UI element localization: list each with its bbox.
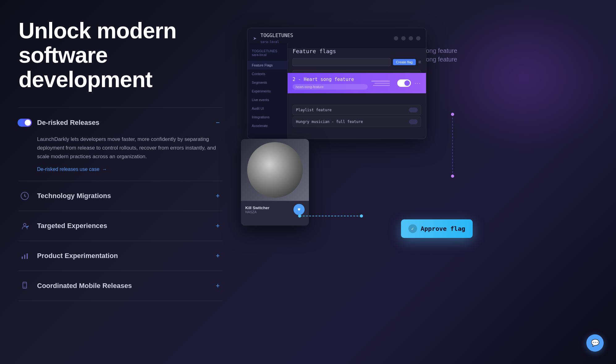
- music-card-title: Kill Switcher: [245, 205, 269, 210]
- approve-flag-button[interactable]: ✓ Approve flag: [401, 219, 473, 238]
- accordion-header-targeted[interactable]: Targeted Experiences +: [19, 220, 222, 232]
- accordion-toggle-tech-migrations[interactable]: +: [213, 191, 222, 201]
- arrow-icon: →: [102, 167, 107, 172]
- svg-point-2: [23, 223, 26, 226]
- ff-filter-icon[interactable]: ≡: [418, 59, 421, 65]
- connector-dot-right: [360, 214, 363, 218]
- ff-flag-row-hungry[interactable]: Hungry musician - full feature: [293, 116, 421, 127]
- ff-sidebar-item-experiments[interactable]: Experiments: [247, 87, 287, 95]
- clock-icon: [19, 190, 31, 202]
- accordion-toggle-targeted[interactable]: +: [213, 221, 222, 231]
- feature-flags-panel: ➤ TOGGLETUNESsara-local TOGGLETUNESsara-…: [247, 28, 426, 139]
- ff-search-input[interactable]: [293, 58, 390, 66]
- ff-highlight-menu[interactable]: ···: [415, 80, 421, 87]
- ff-sidebar-item-flags[interactable]: Feature Flags: [247, 61, 287, 70]
- accordion-item-de-risked: De-risked Releases − LaunchDarkly lets d…: [19, 108, 222, 181]
- ff-create-button[interactable]: Create flag: [393, 59, 416, 65]
- chart-icon: [19, 250, 31, 262]
- ff-sidebar-item-contexts[interactable]: Contexts: [247, 70, 287, 78]
- right-panel: Heart song featureheart song feature ➤ T…: [247, 19, 597, 345]
- ff-search-row: Create flag ≡: [293, 58, 421, 66]
- accordion-title-mobile: Coordinated Mobile Releases: [37, 282, 132, 290]
- music-card-image: [241, 139, 309, 201]
- accordion-title-experimentation: Product Experimentation: [37, 252, 118, 260]
- accordion-item-experimentation: Product Experimentation +: [19, 241, 222, 271]
- ff-highlight-badge: heart-song-feature: [293, 84, 368, 90]
- accordion-header-de-risked[interactable]: De-risked Releases −: [19, 116, 222, 129]
- ff-highlight-lines: [371, 81, 390, 86]
- dashed-lines: [451, 114, 454, 176]
- approve-flag-label: Approve flag: [421, 225, 466, 232]
- ff-nav-dot-4: [416, 36, 420, 40]
- music-card-artist: NASZA: [245, 210, 269, 214]
- ff-more-rows: Playlist feature Hungry musician - full …: [288, 102, 426, 131]
- accordion-title-tech-migrations: Technology Migrations: [37, 192, 111, 200]
- svg-rect-3: [22, 256, 23, 259]
- accordion-toggle-mobile[interactable]: +: [213, 281, 222, 290]
- accordion-item-mobile: Coordinated Mobile Releases +: [19, 271, 222, 301]
- ff-nav-dot-3: [409, 36, 413, 40]
- toggle-icon: [19, 116, 31, 129]
- accordion-list: De-risked Releases − LaunchDarkly lets d…: [19, 108, 222, 301]
- accordion-header-tech-migrations[interactable]: Technology Migrations +: [19, 190, 222, 202]
- mobile-icon: [19, 280, 31, 292]
- accordion-header-mobile[interactable]: Coordinated Mobile Releases +: [19, 280, 222, 292]
- ff-main-title: Feature flags: [293, 48, 421, 54]
- connector-line: [300, 216, 361, 216]
- svg-point-1: [24, 195, 25, 197]
- chat-button[interactable]: 💬: [586, 334, 604, 352]
- dashed-dot-bottom: [451, 175, 454, 178]
- svg-point-9: [24, 288, 25, 288]
- heart-icon[interactable]: ♥: [293, 204, 305, 215]
- ui-mockup: Heart song featureheart song feature ➤ T…: [247, 28, 463, 275]
- ff-flag-name-playlist: Playlist feature: [296, 108, 407, 112]
- ff-nav-dot-1: [394, 36, 398, 40]
- approve-check-icon: ✓: [408, 224, 417, 233]
- ff-sidebar-item-integrations[interactable]: Integrations: [247, 113, 287, 121]
- dashed-line-v: [452, 114, 453, 176]
- ff-highlight-row: 2 - Heart song feature heart-song-featur…: [288, 73, 426, 93]
- ff-sidebar-item-audit[interactable]: Audit UI: [247, 104, 287, 113]
- ff-sidebar-item-accelerate[interactable]: Accelerate: [247, 121, 287, 130]
- connector-dot-left: [298, 214, 301, 218]
- svg-rect-4: [24, 255, 25, 259]
- accordion-header-experimentation[interactable]: Product Experimentation +: [19, 250, 222, 262]
- accordion-item-tech-migrations: Technology Migrations +: [19, 181, 222, 211]
- hero-title: Unlock modern software development: [19, 19, 222, 92]
- ff-highlight-name: 2 - Heart song feature: [293, 77, 368, 82]
- accordion-link-de-risked[interactable]: De-risked releases use case →: [37, 167, 107, 172]
- ff-highlight-toggle[interactable]: [397, 79, 411, 87]
- ff-flag-toggle-hungry[interactable]: [409, 119, 418, 124]
- ff-brand-icon: ➤: [253, 36, 257, 41]
- moon-image: [247, 142, 303, 198]
- ff-sidebar-brand: TOGGLETUNESsara-local: [247, 47, 287, 61]
- ff-nav-dot-2: [401, 36, 406, 40]
- left-panel: Unlock modern software development De-ri…: [19, 19, 222, 345]
- ff-sidebar-item-live[interactable]: Live events: [247, 95, 287, 104]
- svg-rect-6: [23, 282, 27, 288]
- accordion-toggle-experimentation[interactable]: +: [213, 251, 222, 260]
- ff-sidebar-item-segments[interactable]: Segments: [247, 78, 287, 87]
- accordion-body-de-risked: LaunchDarkly lets developers move faster…: [37, 135, 222, 172]
- ff-nav-icons: [394, 36, 420, 40]
- ff-flag-toggle-playlist[interactable]: [409, 108, 418, 112]
- music-card: Kill Switcher NASZA ♥: [241, 139, 309, 226]
- accordion-title-targeted: Targeted Experiences: [37, 222, 107, 230]
- accordion-toggle-de-risked[interactable]: −: [213, 118, 222, 127]
- svg-rect-5: [27, 253, 28, 259]
- accordion-item-targeted: Targeted Experiences +: [19, 211, 222, 241]
- user-icon: [19, 220, 31, 232]
- accordion-title-de-risked: De-risked Releases: [37, 119, 99, 127]
- accordion-description-de-risked: LaunchDarkly lets developers move faster…: [37, 135, 222, 161]
- ff-flag-row-playlist[interactable]: Playlist feature: [293, 105, 421, 115]
- ff-sidebar: TOGGLETUNESsara-local Feature Flags Cont…: [247, 43, 288, 139]
- ff-flag-name-hungry: Hungry musician - full feature: [296, 120, 407, 124]
- chat-icon: 💬: [591, 339, 599, 347]
- ff-brand: TOGGLETUNESsara-local: [260, 32, 390, 44]
